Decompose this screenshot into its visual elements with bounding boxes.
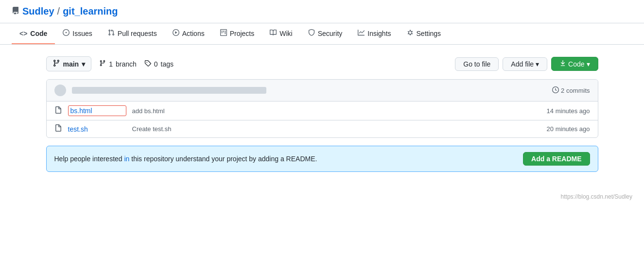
tab-actions[interactable]: Actions [165, 23, 212, 44]
readme-text: Help people interested in this repositor… [54, 155, 317, 163]
readme-link: in [124, 155, 130, 163]
repo-title: Sudley / git_learning [12, 6, 632, 17]
file-commit-message: Create test.sh [132, 125, 526, 133]
tab-wiki[interactable]: Wiki [262, 23, 300, 44]
commits-link[interactable]: 2 commits [552, 86, 590, 95]
branch-bar: main ▾ 1 branch 0 tags Go to file Ad [46, 56, 598, 71]
actions-icon [173, 29, 179, 37]
readme-banner: Help people interested in this repositor… [46, 146, 598, 172]
file-name[interactable]: bs.html [68, 105, 126, 116]
tag-icon [144, 60, 151, 68]
code-label: Code [568, 60, 584, 68]
commits-label: commits [566, 87, 590, 94]
tab-projects-label: Projects [230, 30, 255, 37]
branch-label: branch [116, 60, 137, 68]
nav-tabs: <> Code Issues Pull requests Actions Pro… [0, 23, 644, 45]
file-time: 14 minutes ago [532, 107, 590, 115]
file-table: 2 commits bs.html add bs.html 14 minutes… [46, 79, 598, 138]
tab-issues[interactable]: Issues [55, 23, 100, 44]
tag-count: 0 [154, 60, 158, 68]
branch-count-link[interactable]: 1 branch [99, 60, 137, 68]
tab-security-label: Security [318, 30, 343, 37]
top-bar: Sudley / git_learning [0, 0, 644, 23]
tag-label: tags [161, 60, 174, 68]
code-dropdown-icon: ▾ [587, 60, 590, 68]
tab-settings-label: Settings [417, 30, 441, 37]
branch-count-icon [99, 60, 106, 68]
tab-actions-label: Actions [182, 30, 205, 37]
tab-insights-label: Insights [367, 30, 391, 37]
pull-requests-icon [108, 29, 115, 37]
main-content: main ▾ 1 branch 0 tags Go to file Ad [31, 45, 614, 191]
repo-separator: / [57, 6, 60, 17]
file-icon [54, 106, 62, 116]
tab-issues-label: Issues [72, 30, 92, 37]
projects-icon [220, 29, 227, 37]
code-download-icon [559, 60, 566, 68]
tab-code[interactable]: <> Code [12, 24, 55, 44]
repo-owner[interactable]: Sudley [22, 6, 54, 17]
branch-selector[interactable]: main ▾ [46, 56, 92, 71]
code-icon: <> [19, 30, 27, 37]
add-file-label: Add file [511, 60, 534, 68]
tab-code-label: Code [30, 30, 47, 37]
file-table-header: 2 commits [47, 80, 598, 102]
tab-pull-requests-label: Pull requests [118, 30, 157, 37]
issues-icon [63, 29, 70, 37]
commits-count: 2 [561, 87, 564, 94]
wiki-icon [270, 29, 277, 37]
table-row: bs.html add bs.html 14 minutes ago [47, 102, 598, 120]
watermark-text: https://blog.csdn.net/Sudley [561, 193, 632, 200]
tab-insights[interactable]: Insights [350, 23, 399, 44]
branch-bar-left: main ▾ 1 branch 0 tags [46, 56, 174, 71]
tab-pull-requests[interactable]: Pull requests [100, 23, 165, 44]
file-commit-message: add bs.html [132, 107, 526, 115]
file-name[interactable]: test.sh [68, 125, 126, 133]
repo-name[interactable]: git_learning [63, 6, 118, 17]
security-icon [308, 29, 315, 37]
insights-icon [358, 29, 365, 37]
add-readme-button[interactable]: Add a README [523, 152, 590, 166]
go-to-file-button[interactable]: Go to file [455, 57, 499, 71]
file-time: 20 minutes ago [532, 125, 590, 133]
branch-bar-right: Go to file Add file ▾ Code ▾ [455, 57, 598, 71]
branch-selector-icon [52, 59, 60, 68]
commits-clock-icon [552, 86, 559, 95]
add-file-dropdown-icon: ▾ [536, 60, 539, 68]
watermark: https://blog.csdn.net/Sudley [0, 191, 644, 202]
code-button[interactable]: Code ▾ [551, 57, 598, 71]
commit-message-bar [72, 87, 266, 94]
avatar [54, 85, 66, 96]
table-row: test.sh Create test.sh 20 minutes ago [47, 120, 598, 137]
settings-icon [407, 29, 414, 37]
tab-security[interactable]: Security [300, 23, 350, 44]
branch-count: 1 [109, 60, 113, 68]
add-file-button[interactable]: Add file ▾ [503, 57, 547, 71]
tab-wiki-label: Wiki [279, 30, 292, 37]
branch-name: main [63, 60, 79, 68]
repo-icon [12, 6, 19, 17]
tab-projects[interactable]: Projects [212, 23, 262, 44]
file-icon [54, 124, 62, 134]
tag-count-link[interactable]: 0 tags [144, 60, 174, 68]
tab-settings[interactable]: Settings [399, 23, 449, 44]
branch-dropdown-icon: ▾ [82, 60, 85, 68]
